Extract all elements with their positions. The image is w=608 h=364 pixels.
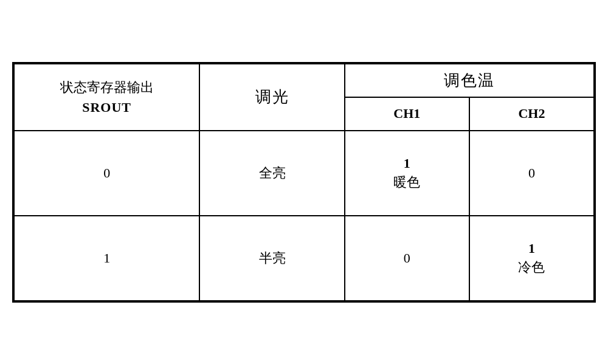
row1-ch1-num: 1 <box>345 154 469 173</box>
row1-ch2: 0 <box>469 131 594 216</box>
row2-ch2-num: 1 <box>470 239 593 258</box>
color-temp-header: 调色温 <box>345 64 594 97</box>
data-table: 状态寄存器输出 SROUT 调光 调色温 CH1 CH2 0 全亮 <box>13 63 595 301</box>
ch2-header: CH2 <box>469 97 594 131</box>
dimming-label: 调光 <box>255 88 289 106</box>
row1-ch1: 1 暖色 <box>345 131 469 216</box>
row2-ch2-label: 冷色 <box>470 258 593 277</box>
main-table-container: 状态寄存器输出 SROUT 调光 调色温 CH1 CH2 0 全亮 <box>12 62 596 303</box>
table-row: 0 全亮 1 暖色 0 <box>14 131 594 216</box>
row1-dimming: 全亮 <box>199 131 345 216</box>
row1-ch1-label: 暖色 <box>345 173 469 192</box>
srout-title-en: SROUT <box>15 97 199 117</box>
srout-title-cn: 状态寄存器输出 <box>15 77 199 97</box>
ch1-header: CH1 <box>345 97 469 131</box>
color-temp-label: 调色温 <box>444 72 495 89</box>
row2-ch2: 1 冷色 <box>469 216 594 301</box>
srout-header: 状态寄存器输出 SROUT <box>14 64 199 131</box>
header-row-1: 状态寄存器输出 SROUT 调光 调色温 <box>14 64 594 97</box>
row2-ch1: 0 <box>345 216 469 301</box>
dimming-header: 调光 <box>199 64 345 131</box>
row2-srout: 1 <box>14 216 199 301</box>
row1-srout: 0 <box>14 131 199 216</box>
row2-dimming: 半亮 <box>199 216 345 301</box>
table-row: 1 半亮 0 1 冷色 <box>14 216 594 301</box>
